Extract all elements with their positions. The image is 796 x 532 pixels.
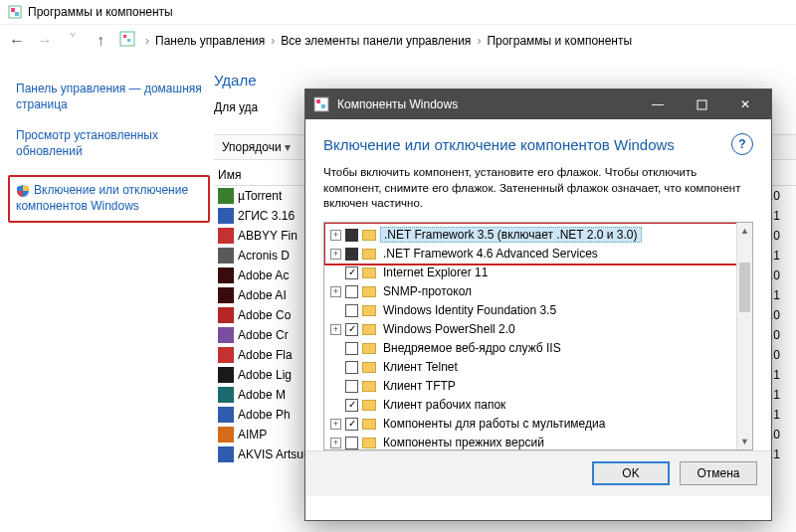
svg-rect-1	[11, 8, 15, 12]
close-button[interactable]: ✕	[723, 89, 767, 119]
nav-up[interactable]: ↑	[92, 32, 109, 50]
feature-label: Windows Identity Foundation 3.5	[380, 303, 559, 317]
app-icon	[218, 248, 234, 264]
dialog-title: Компоненты Windows	[337, 97, 636, 111]
side-link-home[interactable]: Панель управления — домашняя страница	[16, 82, 206, 112]
feature-checkbox[interactable]	[345, 248, 358, 261]
dialog-icon	[313, 96, 329, 112]
scroll-thumb[interactable]	[739, 263, 750, 312]
expand-icon[interactable]: +	[330, 419, 341, 430]
feature-label: .NET Framework 3.5 (включает .NET 2.0 и …	[380, 227, 642, 243]
feature-checkbox[interactable]	[345, 323, 358, 336]
expand-icon[interactable]: +	[330, 438, 341, 448]
feature-node[interactable]: +.NET Framework 3.5 (включает .NET 2.0 и…	[324, 226, 752, 245]
feature-checkbox[interactable]	[345, 342, 358, 355]
folder-icon	[362, 419, 376, 430]
side-link-features-label: Включение или отключение компонентов Win…	[16, 183, 188, 213]
crumb-0[interactable]: Панель управления	[155, 34, 265, 48]
svg-rect-8	[321, 104, 325, 108]
nav-back[interactable]: ←	[8, 32, 26, 50]
side-link-features[interactable]: Включение или отключение компонентов Win…	[8, 175, 210, 222]
feature-checkbox[interactable]	[345, 229, 358, 242]
minimize-button[interactable]: —	[636, 89, 680, 119]
folder-icon	[362, 324, 376, 335]
cancel-button[interactable]: Отмена	[680, 461, 757, 485]
folder-icon	[362, 400, 376, 411]
folder-icon	[362, 267, 376, 278]
app-icon	[218, 327, 234, 343]
breadcrumbs: › Панель управления › Все элементы панел…	[145, 34, 788, 48]
help-icon[interactable]: ?	[731, 133, 753, 155]
feature-node[interactable]: +Windows PowerShell 2.0	[324, 320, 752, 339]
feature-checkbox[interactable]	[345, 266, 358, 279]
expand-icon[interactable]: +	[330, 286, 341, 297]
svg-rect-5	[127, 39, 130, 42]
crumb-1[interactable]: Все элементы панели управления	[281, 34, 471, 48]
feature-label: Internet Explorer 11	[380, 266, 491, 279]
side-panel: Панель управления — домашняя страница Пр…	[0, 56, 214, 532]
folder-icon	[362, 438, 376, 448]
feature-checkbox[interactable]	[345, 285, 358, 298]
feature-node[interactable]: +.NET Framework 4.6 Advanced Services	[324, 245, 752, 264]
uac-shield-icon	[16, 184, 30, 198]
chevron-right-icon: ›	[477, 34, 481, 48]
feature-node[interactable]: +SNMP-протокол	[324, 282, 752, 301]
app-icon	[218, 307, 234, 323]
feature-node[interactable]: Клиент Telnet	[324, 358, 752, 377]
app-icon	[218, 367, 234, 383]
expand-icon[interactable]: +	[330, 230, 341, 241]
nav-recent[interactable]: ˅	[64, 31, 82, 50]
feature-node[interactable]: +Компоненты для работы с мультимедиа	[324, 415, 752, 434]
feature-node[interactable]: +Компоненты прежних версий	[324, 434, 752, 449]
feature-node[interactable]: Клиент рабочих папок	[324, 396, 752, 415]
feature-checkbox[interactable]	[345, 380, 358, 393]
app-icon	[218, 427, 234, 443]
app-icon	[218, 407, 234, 423]
feature-checkbox[interactable]	[345, 437, 358, 449]
app-icon	[218, 347, 234, 363]
folder-icon	[362, 286, 376, 297]
toolbar-arrange[interactable]: Упорядочи	[222, 140, 291, 154]
dialog-heading-text: Включение или отключение компонентов Win…	[323, 136, 731, 153]
scroll-down-icon[interactable]: ▼	[737, 434, 752, 449]
feature-label: SNMP-протокол	[380, 284, 475, 298]
page-heading: Удале	[214, 72, 796, 89]
feature-node[interactable]: Internet Explorer 11	[324, 264, 752, 282]
expand-icon[interactable]: +	[330, 249, 341, 260]
expand-icon[interactable]: +	[330, 324, 341, 335]
app-icon	[218, 287, 234, 303]
feature-label: .NET Framework 4.6 Advanced Services	[380, 247, 601, 261]
side-link-updates[interactable]: Просмотр установленных обновлений	[16, 128, 206, 159]
feature-checkbox[interactable]	[345, 361, 358, 374]
app-icon	[218, 446, 234, 462]
feature-node[interactable]: Windows Identity Foundation 3.5	[324, 301, 752, 320]
dialog-titlebar[interactable]: Компоненты Windows — ✕	[305, 89, 771, 119]
feature-checkbox[interactable]	[345, 418, 358, 431]
app-icon	[218, 208, 234, 224]
windows-features-dialog: Компоненты Windows — ✕ Включение или отк…	[304, 89, 772, 521]
maximize-button[interactable]	[680, 89, 723, 119]
svg-rect-9	[697, 100, 706, 109]
address-icon	[119, 31, 135, 50]
ok-button[interactable]: OK	[592, 461, 670, 485]
folder-icon	[362, 343, 376, 354]
feature-checkbox[interactable]	[345, 399, 358, 412]
feature-label: Клиент TFTP	[380, 379, 459, 393]
feature-checkbox[interactable]	[345, 304, 358, 317]
crumb-2[interactable]: Программы и компоненты	[487, 34, 632, 48]
feature-label: Компоненты прежних версий	[380, 436, 547, 449]
explorer-titlebar: Программы и компоненты	[0, 0, 796, 24]
folder-icon	[362, 362, 376, 373]
dialog-heading: Включение или отключение компонентов Win…	[323, 133, 753, 155]
chevron-right-icon: ›	[271, 34, 275, 48]
feature-label: Клиент рабочих папок	[380, 398, 508, 412]
scroll-up-icon[interactable]: ▲	[737, 223, 752, 239]
feature-label: Windows PowerShell 2.0	[380, 322, 518, 336]
feature-node[interactable]: Клиент TFTP	[324, 377, 752, 396]
feature-label: Внедряемое веб-ядро служб IIS	[380, 341, 564, 355]
svg-rect-2	[15, 12, 19, 16]
feature-node[interactable]: Внедряемое веб-ядро служб IIS	[324, 339, 752, 358]
explorer-title: Программы и компоненты	[28, 5, 173, 19]
feature-label: Клиент Telnet	[380, 360, 461, 374]
tree-scrollbar[interactable]: ▲ ▼	[736, 223, 752, 449]
